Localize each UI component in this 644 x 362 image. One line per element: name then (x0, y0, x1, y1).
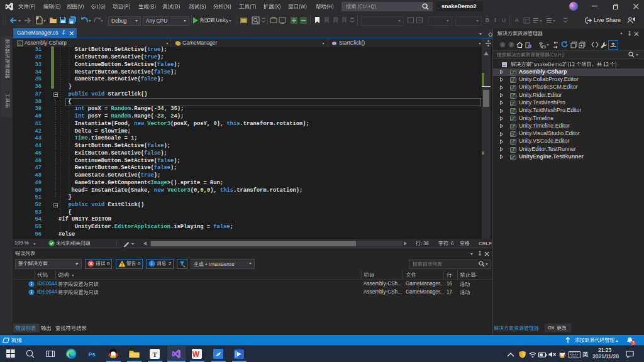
svg-text:W: W (192, 350, 200, 359)
svg-text:T: T (153, 351, 158, 358)
svg-text:Ps: Ps (89, 351, 96, 358)
svg-text:C: C (18, 42, 21, 46)
